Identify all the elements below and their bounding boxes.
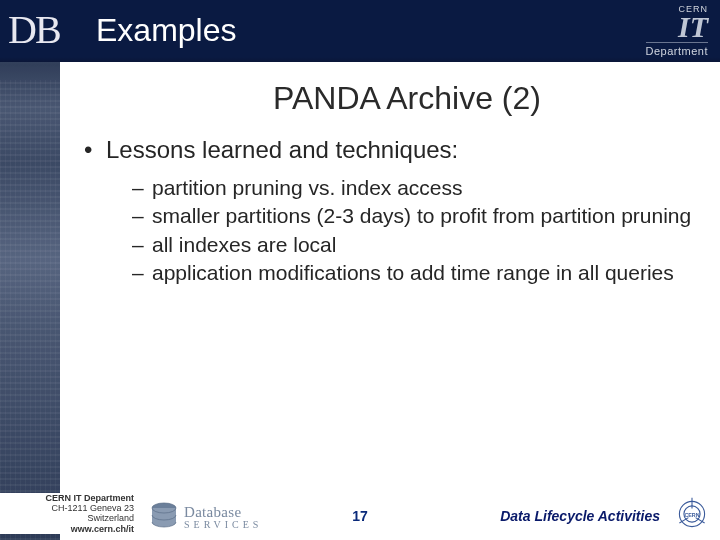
sub-bullet-text: application modifications to add time ra… bbox=[152, 261, 674, 284]
sub-bullet-text: all indexes are local bbox=[152, 233, 336, 256]
bullet-text: Lessons learned and techniques: bbox=[106, 136, 458, 163]
section-title: Examples bbox=[96, 12, 237, 49]
bullet-list-level2: partition pruning vs. index access small… bbox=[132, 175, 702, 286]
cern-it-logo: CERN IT Department bbox=[646, 4, 708, 57]
footer-addr-url: www.cern.ch/it bbox=[0, 524, 134, 534]
header-bar: DB Examples CERN IT Department bbox=[0, 0, 720, 62]
cern-badge-icon: CERN bbox=[674, 496, 710, 532]
cern-it-logo-it: IT bbox=[646, 14, 708, 40]
bullet-item: Lessons learned and techniques: partitio… bbox=[84, 135, 702, 286]
sub-bullet-item: all indexes are local bbox=[132, 232, 702, 258]
sub-bullet-item: partition pruning vs. index access bbox=[132, 175, 702, 201]
sub-bullet-text: partition pruning vs. index access bbox=[152, 176, 463, 199]
slide: DB Examples CERN IT Department PANDA Arc… bbox=[0, 0, 720, 540]
db-logo: DB bbox=[8, 6, 60, 53]
slide-title: PANDA Archive (2) bbox=[112, 80, 702, 117]
cern-it-logo-dept: Department bbox=[646, 42, 708, 57]
slide-body: PANDA Archive (2) Lessons learned and te… bbox=[72, 80, 702, 288]
sub-bullet-text: smaller partitions (2-3 days) to profit … bbox=[152, 204, 691, 227]
sub-bullet-item: smaller partitions (2-3 days) to profit … bbox=[132, 203, 702, 229]
left-sidebar-image bbox=[0, 0, 60, 540]
sub-bullet-item: application modifications to add time ra… bbox=[132, 260, 702, 286]
svg-text:CERN: CERN bbox=[684, 512, 699, 518]
footer-right-text: Data Lifecycle Activities bbox=[500, 508, 660, 524]
bullet-list-level1: Lessons learned and techniques: partitio… bbox=[84, 135, 702, 286]
footer-addr-line: CERN IT Department bbox=[0, 493, 134, 503]
